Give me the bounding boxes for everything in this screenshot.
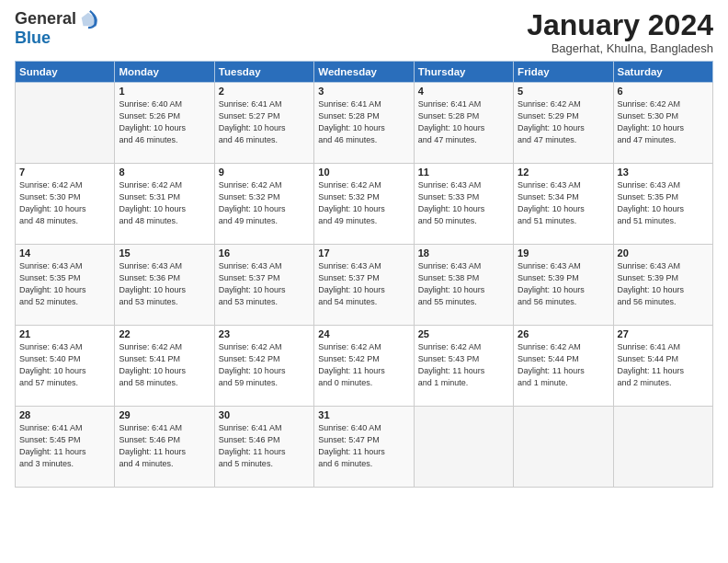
day-info: Sunrise: 6:42 AMSunset: 5:44 PMDaylight:… xyxy=(518,341,609,389)
calendar-cell: 28Sunrise: 6:41 AMSunset: 5:45 PMDayligh… xyxy=(16,407,115,488)
day-number: 4 xyxy=(418,86,509,97)
day-info: Sunrise: 6:42 AMSunset: 5:41 PMDaylight:… xyxy=(119,341,210,389)
day-number: 14 xyxy=(19,247,110,259)
calendar-day-header: Sunday xyxy=(16,62,115,83)
calendar-cell: 1Sunrise: 6:40 AMSunset: 5:26 PMDaylight… xyxy=(115,83,214,164)
day-number: 10 xyxy=(318,167,409,178)
day-info: Sunrise: 6:43 AMSunset: 5:37 PMDaylight:… xyxy=(219,260,310,308)
day-number: 18 xyxy=(418,247,509,259)
day-number: 2 xyxy=(219,86,310,97)
calendar-week-row: 1Sunrise: 6:40 AMSunset: 5:26 PMDaylight… xyxy=(16,83,713,164)
calendar-cell: 2Sunrise: 6:41 AMSunset: 5:27 PMDaylight… xyxy=(214,83,313,164)
calendar-cell xyxy=(414,407,513,488)
title-block: January 2024 Bagerhat, Khulna, Banglades… xyxy=(527,9,713,55)
day-info: Sunrise: 6:42 AMSunset: 5:42 PMDaylight:… xyxy=(219,341,310,389)
day-number: 5 xyxy=(518,86,609,97)
logo-icon xyxy=(78,9,98,29)
day-number: 16 xyxy=(219,247,310,259)
day-info: Sunrise: 6:42 AMSunset: 5:31 PMDaylight:… xyxy=(119,179,210,227)
day-number: 28 xyxy=(19,409,110,420)
calendar-cell: 14Sunrise: 6:43 AMSunset: 5:35 PMDayligh… xyxy=(16,245,115,326)
calendar-day-header: Saturday xyxy=(613,62,712,83)
calendar-cell: 7Sunrise: 6:42 AMSunset: 5:30 PMDaylight… xyxy=(16,164,115,245)
day-number: 3 xyxy=(318,86,409,97)
day-info: Sunrise: 6:42 AMSunset: 5:32 PMDaylight:… xyxy=(318,179,409,227)
day-number: 27 xyxy=(618,328,709,339)
calendar-day-header: Friday xyxy=(514,62,613,83)
day-info: Sunrise: 6:43 AMSunset: 5:40 PMDaylight:… xyxy=(19,341,110,389)
day-info: Sunrise: 6:43 AMSunset: 5:38 PMDaylight:… xyxy=(418,260,509,308)
day-info: Sunrise: 6:42 AMSunset: 5:30 PMDaylight:… xyxy=(618,98,709,146)
calendar-cell: 5Sunrise: 6:42 AMSunset: 5:29 PMDaylight… xyxy=(514,83,613,164)
calendar-cell: 10Sunrise: 6:42 AMSunset: 5:32 PMDayligh… xyxy=(314,164,414,245)
day-number: 6 xyxy=(618,86,709,97)
calendar-cell: 13Sunrise: 6:43 AMSunset: 5:35 PMDayligh… xyxy=(613,164,712,245)
calendar-cell: 11Sunrise: 6:43 AMSunset: 5:33 PMDayligh… xyxy=(414,164,513,245)
calendar-day-header: Thursday xyxy=(414,62,513,83)
day-number: 24 xyxy=(318,328,409,339)
calendar-cell: 30Sunrise: 6:41 AMSunset: 5:46 PMDayligh… xyxy=(214,407,313,488)
day-info: Sunrise: 6:43 AMSunset: 5:35 PMDaylight:… xyxy=(618,179,709,227)
calendar-cell xyxy=(613,407,712,488)
calendar-cell xyxy=(514,407,613,488)
day-number: 17 xyxy=(318,247,409,259)
calendar-cell: 9Sunrise: 6:42 AMSunset: 5:32 PMDaylight… xyxy=(214,164,313,245)
calendar-cell: 6Sunrise: 6:42 AMSunset: 5:30 PMDaylight… xyxy=(613,83,712,164)
day-number: 7 xyxy=(19,167,110,178)
day-info: Sunrise: 6:40 AMSunset: 5:47 PMDaylight:… xyxy=(318,422,409,470)
day-number: 22 xyxy=(119,328,210,339)
calendar-cell: 8Sunrise: 6:42 AMSunset: 5:31 PMDaylight… xyxy=(115,164,214,245)
calendar-cell: 22Sunrise: 6:42 AMSunset: 5:41 PMDayligh… xyxy=(115,326,214,407)
calendar-cell: 12Sunrise: 6:43 AMSunset: 5:34 PMDayligh… xyxy=(514,164,613,245)
calendar-cell: 24Sunrise: 6:42 AMSunset: 5:42 PMDayligh… xyxy=(314,326,414,407)
day-info: Sunrise: 6:41 AMSunset: 5:27 PMDaylight:… xyxy=(219,98,310,146)
day-number: 30 xyxy=(219,409,310,420)
calendar-cell: 17Sunrise: 6:43 AMSunset: 5:37 PMDayligh… xyxy=(314,245,414,326)
day-info: Sunrise: 6:42 AMSunset: 5:29 PMDaylight:… xyxy=(518,98,609,146)
calendar-cell: 3Sunrise: 6:41 AMSunset: 5:28 PMDaylight… xyxy=(314,83,414,164)
day-info: Sunrise: 6:42 AMSunset: 5:30 PMDaylight:… xyxy=(19,179,110,227)
calendar-cell: 25Sunrise: 6:42 AMSunset: 5:43 PMDayligh… xyxy=(414,326,513,407)
day-info: Sunrise: 6:43 AMSunset: 5:33 PMDaylight:… xyxy=(418,179,509,227)
calendar-cell: 15Sunrise: 6:43 AMSunset: 5:36 PMDayligh… xyxy=(115,245,214,326)
day-number: 13 xyxy=(618,167,709,178)
logo-blue-text: Blue xyxy=(15,29,51,48)
calendar-day-header: Monday xyxy=(115,62,214,83)
day-number: 15 xyxy=(119,247,210,259)
calendar-day-header: Tuesday xyxy=(214,62,313,83)
day-info: Sunrise: 6:42 AMSunset: 5:43 PMDaylight:… xyxy=(418,341,509,389)
calendar-week-row: 28Sunrise: 6:41 AMSunset: 5:45 PMDayligh… xyxy=(16,407,713,488)
location: Bagerhat, Khulna, Bangladesh xyxy=(527,41,713,55)
day-info: Sunrise: 6:41 AMSunset: 5:46 PMDaylight:… xyxy=(119,422,210,470)
calendar-day-header: Wednesday xyxy=(314,62,414,83)
day-info: Sunrise: 6:43 AMSunset: 5:36 PMDaylight:… xyxy=(119,260,210,308)
day-info: Sunrise: 6:41 AMSunset: 5:46 PMDaylight:… xyxy=(219,422,310,470)
calendar-cell: 20Sunrise: 6:43 AMSunset: 5:39 PMDayligh… xyxy=(613,245,712,326)
day-number: 8 xyxy=(119,167,210,178)
day-info: Sunrise: 6:41 AMSunset: 5:28 PMDaylight:… xyxy=(318,98,409,146)
day-info: Sunrise: 6:41 AMSunset: 5:28 PMDaylight:… xyxy=(418,98,509,146)
day-number: 25 xyxy=(418,328,509,339)
day-info: Sunrise: 6:40 AMSunset: 5:26 PMDaylight:… xyxy=(119,98,210,146)
calendar-cell: 18Sunrise: 6:43 AMSunset: 5:38 PMDayligh… xyxy=(414,245,513,326)
day-info: Sunrise: 6:42 AMSunset: 5:32 PMDaylight:… xyxy=(219,179,310,227)
day-info: Sunrise: 6:43 AMSunset: 5:37 PMDaylight:… xyxy=(318,260,409,308)
calendar-week-row: 14Sunrise: 6:43 AMSunset: 5:35 PMDayligh… xyxy=(16,245,713,326)
calendar-cell: 31Sunrise: 6:40 AMSunset: 5:47 PMDayligh… xyxy=(314,407,414,488)
calendar-header-row: SundayMondayTuesdayWednesdayThursdayFrid… xyxy=(16,62,713,83)
day-info: Sunrise: 6:41 AMSunset: 5:45 PMDaylight:… xyxy=(19,422,110,470)
day-info: Sunrise: 6:43 AMSunset: 5:34 PMDaylight:… xyxy=(518,179,609,227)
day-number: 21 xyxy=(19,328,110,339)
calendar-cell: 27Sunrise: 6:41 AMSunset: 5:44 PMDayligh… xyxy=(613,326,712,407)
day-info: Sunrise: 6:41 AMSunset: 5:44 PMDaylight:… xyxy=(618,341,709,389)
calendar-week-row: 7Sunrise: 6:42 AMSunset: 5:30 PMDaylight… xyxy=(16,164,713,245)
day-info: Sunrise: 6:43 AMSunset: 5:39 PMDaylight:… xyxy=(618,260,709,308)
day-info: Sunrise: 6:42 AMSunset: 5:42 PMDaylight:… xyxy=(318,341,409,389)
day-number: 9 xyxy=(219,167,310,178)
calendar-cell: 4Sunrise: 6:41 AMSunset: 5:28 PMDaylight… xyxy=(414,83,513,164)
calendar-cell: 29Sunrise: 6:41 AMSunset: 5:46 PMDayligh… xyxy=(115,407,214,488)
day-number: 11 xyxy=(418,167,509,178)
day-number: 19 xyxy=(518,247,609,259)
calendar-cell: 23Sunrise: 6:42 AMSunset: 5:42 PMDayligh… xyxy=(214,326,313,407)
day-number: 1 xyxy=(119,86,210,97)
